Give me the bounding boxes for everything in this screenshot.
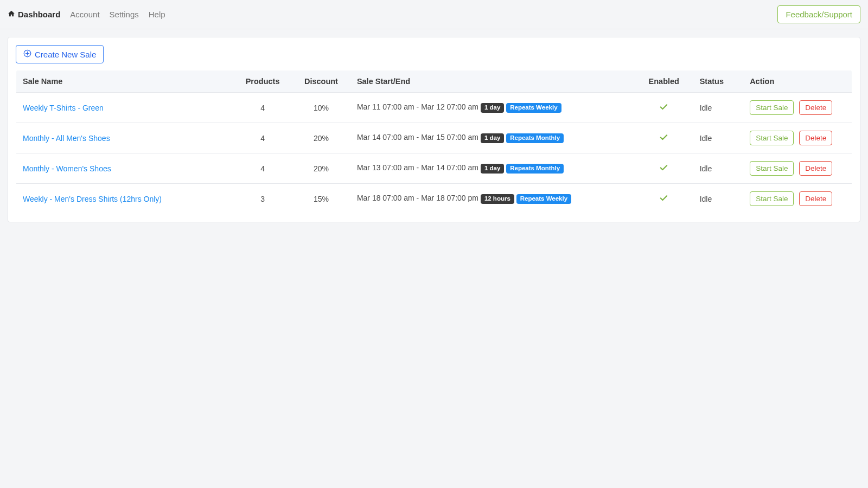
delete-button[interactable]: Delete: [799, 161, 832, 176]
table-row: Weekly T-Shirts - Green 4 10% Mar 11 07:…: [16, 93, 852, 123]
check-icon: [659, 135, 668, 144]
sales-card: Create New Sale Sale Name Products Disco…: [8, 37, 860, 222]
duration-badge: 12 hours: [481, 194, 514, 204]
duration-badge: 1 day: [481, 103, 504, 113]
sale-name-link[interactable]: Monthly - Women's Shoes: [23, 164, 111, 173]
products-cell: 4: [233, 153, 292, 184]
status-cell: Idle: [693, 123, 743, 153]
feedback-button[interactable]: Feedback/Support: [777, 5, 860, 23]
date-range: Mar 11 07:00 am - Mar 12 07:00 am: [357, 102, 478, 111]
col-startend-header: Sale Start/End: [350, 70, 635, 93]
startend-cell: Mar 14 07:00 am - Mar 15 07:00 am 1 day …: [350, 123, 635, 153]
table-row: Monthly - All Men's Shoes 4 20% Mar 14 0…: [16, 123, 852, 153]
check-icon: [659, 165, 668, 174]
sale-name-link[interactable]: Weekly T-Shirts - Green: [23, 104, 104, 112]
table-row: Weekly - Men's Dress Shirts (12hrs Only)…: [16, 184, 852, 214]
start-sale-button[interactable]: Start Sale: [750, 191, 794, 206]
date-range: Mar 18 07:00 am - Mar 18 07:00 pm: [357, 194, 478, 202]
repeat-badge: Repeats Monthly: [506, 164, 564, 174]
sale-name-link[interactable]: Weekly - Men's Dress Shirts (12hrs Only): [23, 195, 162, 203]
home-icon: [8, 10, 15, 19]
col-enabled-header: Enabled: [635, 70, 693, 93]
products-cell: 3: [233, 184, 292, 214]
status-cell: Idle: [693, 93, 743, 123]
status-cell: Idle: [693, 184, 743, 214]
products-cell: 4: [233, 93, 292, 123]
nav-settings[interactable]: Settings: [110, 10, 139, 19]
status-cell: Idle: [693, 153, 743, 184]
duration-badge: 1 day: [481, 133, 504, 143]
startend-cell: Mar 13 07:00 am - Mar 14 07:00 am 1 day …: [350, 153, 635, 184]
start-sale-button[interactable]: Start Sale: [750, 100, 794, 115]
enabled-cell: [635, 123, 693, 153]
discount-cell: 20%: [292, 153, 350, 184]
products-cell: 4: [233, 123, 292, 153]
nav-dashboard[interactable]: Dashboard: [8, 10, 60, 19]
create-new-sale-button[interactable]: Create New Sale: [16, 45, 104, 63]
start-sale-button[interactable]: Start Sale: [750, 161, 794, 176]
startend-cell: Mar 11 07:00 am - Mar 12 07:00 am 1 day …: [350, 93, 635, 123]
duration-badge: 1 day: [481, 164, 504, 174]
enabled-cell: [635, 184, 693, 214]
delete-button[interactable]: Delete: [799, 100, 832, 115]
create-new-sale-label: Create New Sale: [35, 50, 96, 59]
table-header-row: Sale Name Products Discount Sale Start/E…: [16, 70, 852, 93]
plus-circle-icon: [23, 49, 31, 59]
delete-button[interactable]: Delete: [799, 131, 832, 145]
repeat-badge: Repeats Weekly: [516, 194, 571, 204]
repeat-badge: Repeats Weekly: [506, 103, 561, 113]
discount-cell: 15%: [292, 184, 350, 214]
col-status-header: Status: [693, 70, 743, 93]
col-discount-header: Discount: [292, 70, 350, 93]
sale-name-link[interactable]: Monthly - All Men's Shoes: [23, 134, 110, 143]
startend-cell: Mar 18 07:00 am - Mar 18 07:00 pm 12 hou…: [350, 184, 635, 214]
enabled-cell: [635, 153, 693, 184]
table-row: Monthly - Women's Shoes 4 20% Mar 13 07:…: [16, 153, 852, 184]
action-cell: Start Sale Delete: [743, 93, 852, 123]
repeat-badge: Repeats Monthly: [506, 133, 564, 143]
nav-account[interactable]: Account: [70, 10, 99, 19]
action-cell: Start Sale Delete: [743, 123, 852, 153]
date-range: Mar 13 07:00 am - Mar 14 07:00 am: [357, 163, 478, 172]
check-icon: [659, 196, 668, 204]
delete-button[interactable]: Delete: [799, 191, 832, 206]
col-products-header: Products: [233, 70, 292, 93]
col-action-header: Action: [743, 70, 852, 93]
col-name-header: Sale Name: [16, 70, 234, 93]
check-icon: [659, 105, 668, 113]
sales-table: Sale Name Products Discount Sale Start/E…: [16, 70, 852, 214]
nav-help[interactable]: Help: [149, 10, 165, 19]
nav-dashboard-label: Dashboard: [18, 10, 60, 19]
discount-cell: 20%: [292, 123, 350, 153]
enabled-cell: [635, 93, 693, 123]
date-range: Mar 14 07:00 am - Mar 15 07:00 am: [357, 133, 478, 142]
topbar: Dashboard Account Settings Help Feedback…: [0, 0, 868, 29]
discount-cell: 10%: [292, 93, 350, 123]
start-sale-button[interactable]: Start Sale: [750, 131, 794, 145]
main-nav: Dashboard Account Settings Help: [8, 10, 165, 19]
action-cell: Start Sale Delete: [743, 184, 852, 214]
action-cell: Start Sale Delete: [743, 153, 852, 184]
